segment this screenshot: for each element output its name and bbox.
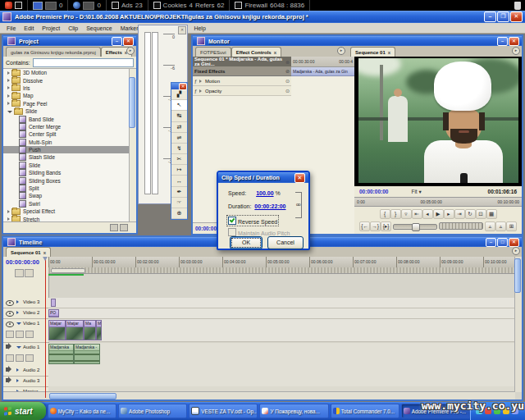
- menu-item[interactable]: Edit: [21, 25, 37, 32]
- contains-input[interactable]: [33, 58, 134, 67]
- effects-tree-row[interactable]: Multi-Spin: [3, 139, 136, 146]
- step-back-button[interactable]: ◂: [422, 209, 433, 219]
- timeline-panel-menu-icon[interactable]: ▸: [512, 247, 520, 255]
- dialog-close-button[interactable]: ✕: [294, 173, 305, 183]
- rolling-edit-tool[interactable]: ⇌: [171, 133, 187, 144]
- expander-icon[interactable]: [7, 111, 12, 113]
- expander-icon[interactable]: [16, 379, 19, 382]
- reset-icon[interactable]: ⊘: [285, 68, 290, 74]
- ok-button[interactable]: OK: [230, 236, 262, 249]
- video1-header[interactable]: Video 1: [3, 319, 48, 343]
- track-select-tool[interactable]: ↹: [171, 111, 187, 121]
- eye-icon[interactable]: [6, 300, 14, 306]
- effects-tree-row[interactable]: Stretch: [3, 215, 136, 221]
- timeline-hscrollbar[interactable]: [3, 391, 515, 399]
- project-minimize-button[interactable]: –: [112, 37, 122, 46]
- monitor-titlebar[interactable]: Monitor – ✕: [193, 36, 522, 46]
- close-button[interactable]: ✕: [510, 11, 523, 22]
- expander-icon[interactable]: [7, 210, 10, 213]
- speaker-icon[interactable]: [6, 368, 9, 372]
- taskbar-task[interactable]: Adobe Photoshop: [118, 404, 187, 418]
- tools-titlebar[interactable]: ✕: [171, 83, 187, 89]
- tab-sequence-01-timeline[interactable]: Sequence 01x: [6, 247, 51, 257]
- audio-clip[interactable]: Madjarska -: [74, 344, 100, 364]
- delete-icon[interactable]: [120, 224, 128, 231]
- video1-row[interactable]: Matjar Matjar Ma M: [48, 319, 515, 342]
- monitor-close-button[interactable]: ✕: [509, 37, 519, 46]
- timeline-minimize-button[interactable]: –: [486, 238, 496, 247]
- video2-row[interactable]: PO: [48, 308, 515, 319]
- expander-icon[interactable]: [7, 79, 10, 82]
- clip[interactable]: PO: [48, 309, 59, 317]
- new-bin-icon[interactable]: [110, 224, 118, 231]
- zoom-tool[interactable]: ⊕: [171, 208, 187, 219]
- effects-tree-row[interactable]: Center Merge: [3, 123, 136, 130]
- tab-sequence-01[interactable]: Sequence 01x: [350, 47, 395, 57]
- tab-close-icon[interactable]: x: [388, 50, 390, 55]
- toolbar-checkbox[interactable]: [15, 2, 22, 9]
- safe-margins-button[interactable]: ⊡: [476, 209, 486, 219]
- set-out-button[interactable]: }: [390, 209, 401, 219]
- effects-tree-row[interactable]: Swirl: [3, 200, 136, 208]
- tab-effect-controls[interactable]: Effect Controlsx: [231, 47, 281, 57]
- go-to-prev-marker-button[interactable]: {←: [359, 221, 370, 231]
- taskbar-task[interactable]: VESTE ZA TV.odt - Op...: [189, 404, 258, 418]
- work-area-bar[interactable]: [48, 267, 515, 274]
- extract-button[interactable]: ▵: [485, 221, 495, 231]
- effects-tree-row[interactable]: Push: [3, 146, 136, 153]
- hand-tool[interactable]: ☞: [171, 198, 187, 208]
- effects-tree-row[interactable]: Iris: [3, 84, 136, 92]
- expander-icon[interactable]: [16, 322, 21, 326]
- effects-tree-row[interactable]: Sliding Boxes: [3, 176, 136, 184]
- jog-wheel[interactable]: [439, 222, 483, 230]
- app-titlebar[interactable]: Adobe Premiere Pro - D:\01.06.2008 AKTUE…: [0, 11, 525, 23]
- set-in-button[interactable]: {: [380, 209, 390, 219]
- effects-tree-row[interactable]: 3D Motion: [3, 69, 136, 76]
- go-to-out-button[interactable]: ⇥: [454, 209, 465, 219]
- hide-effects-icon[interactable]: ⊗: [285, 59, 290, 65]
- program-video-area[interactable]: [354, 57, 522, 186]
- taskbar-task[interactable]: У Пожаревцу, нова...: [259, 404, 328, 418]
- speed-value[interactable]: 100.00: [256, 190, 273, 196]
- speaker-icon[interactable]: [6, 345, 9, 349]
- clip[interactable]: Matjar: [48, 320, 66, 340]
- track-display-buttons[interactable]: [6, 331, 34, 338]
- audio3-header[interactable]: Audio 3: [3, 377, 48, 387]
- menu-item[interactable]: Sequence: [83, 25, 116, 32]
- project-titlebar[interactable]: Project – ✕: [3, 36, 136, 46]
- clip[interactable]: [51, 299, 56, 307]
- shuttle-slider[interactable]: [393, 224, 437, 230]
- razor-tool[interactable]: ✂: [171, 154, 187, 165]
- effects-tree-row[interactable]: Sliding Bands: [3, 169, 136, 176]
- effects-tree-row[interactable]: Page Peel: [3, 100, 136, 107]
- taskbar-task[interactable]: Total Commander 7.0...: [331, 404, 399, 418]
- meters-close-icon[interactable]: ✕: [178, 26, 186, 34]
- effects-tree-row[interactable]: Split: [3, 185, 136, 192]
- firewall-checkbox[interactable]: [235, 2, 242, 9]
- video3-row[interactable]: [48, 298, 515, 308]
- menu-item[interactable]: Project: [39, 25, 63, 32]
- expander-icon[interactable]: [199, 80, 202, 83]
- ripple-edit-tool[interactable]: ⇄: [171, 122, 187, 133]
- playhead[interactable]: [45, 257, 46, 398]
- effects-tree-row[interactable]: Center Split: [3, 130, 136, 138]
- expander-icon[interactable]: [16, 311, 19, 314]
- project-close-button[interactable]: ✕: [123, 37, 134, 46]
- audio-clip[interactable]: Madjarska: [48, 344, 74, 364]
- start-button[interactable]: start: [0, 402, 46, 420]
- clip[interactable]: Ma: [84, 320, 96, 340]
- expander-icon[interactable]: [16, 368, 19, 372]
- audio2-header[interactable]: Audio 2: [3, 366, 48, 377]
- cancel-button[interactable]: Cancel: [267, 236, 304, 249]
- duration-value[interactable]: 00:00:22:00: [254, 203, 285, 209]
- effects-tree-row[interactable]: Band Slide: [3, 115, 136, 122]
- expander-icon[interactable]: [16, 346, 21, 350]
- panel-menu-icon[interactable]: ▸: [126, 47, 135, 55]
- reverse-speed-row[interactable]: Reverse Speed: [228, 217, 277, 225]
- gang-link-icon[interactable]: oo: [295, 192, 302, 218]
- expander-icon[interactable]: [7, 71, 10, 75]
- pen-tool[interactable]: ✒: [171, 187, 187, 198]
- timeline-maximize-button[interactable]: □: [497, 238, 508, 247]
- dialog-titlebar[interactable]: Clip Speed / Duration ✕: [218, 172, 308, 183]
- set-display-style[interactable]: [25, 269, 34, 277]
